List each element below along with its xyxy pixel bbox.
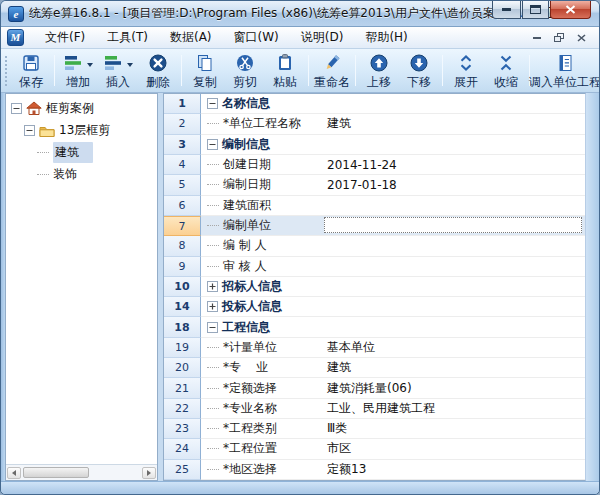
tree-horizontal-scrollbar[interactable] <box>6 464 157 480</box>
property-label-cell[interactable]: 编制日期 <box>201 175 323 194</box>
row-number-cell[interactable]: 18 <box>164 317 201 337</box>
paste-button[interactable]: 粘贴 <box>265 51 305 90</box>
scroll-left-arrow[interactable] <box>7 467 21 479</box>
maximize-button[interactable] <box>522 1 549 19</box>
save-button[interactable]: 保存 <box>11 51 51 90</box>
property-label-cell[interactable]: 招标人信息 <box>201 277 323 296</box>
property-value-cell[interactable] <box>323 216 585 235</box>
property-value-cell[interactable] <box>323 297 585 316</box>
menu-note[interactable]: 说明(D) <box>290 26 355 49</box>
property-value-cell[interactable]: 建筑 <box>323 114 585 133</box>
add-button[interactable]: 增加 <box>58 51 98 90</box>
tree-item-13-frame[interactable]: 13层框剪 <box>6 119 157 141</box>
property-value-cell[interactable] <box>323 135 585 154</box>
row-number-cell[interactable]: 21 <box>164 378 201 398</box>
close-button[interactable] <box>550 1 591 19</box>
move-down-button[interactable]: 下移 <box>399 51 439 90</box>
scroll-thumb[interactable] <box>23 467 89 478</box>
menu-tools[interactable]: 工具(T) <box>96 26 159 49</box>
property-label-cell[interactable]: 审 核 人 <box>201 257 323 276</box>
row-number-cell[interactable]: 25 <box>164 460 201 480</box>
property-label-cell[interactable]: 编 制 人 <box>201 236 323 255</box>
row-number-cell[interactable]: 20 <box>164 358 201 378</box>
menu-help[interactable]: 帮助(H) <box>354 26 418 49</box>
mdi-close-button[interactable] <box>573 31 589 45</box>
property-label-cell[interactable]: 创建日期 <box>201 155 323 174</box>
row-number-cell[interactable]: 2 <box>164 114 201 134</box>
row-number-cell[interactable]: 22 <box>164 399 201 419</box>
toolbar-gripper[interactable] <box>4 55 9 86</box>
property-value-cell[interactable] <box>323 277 585 296</box>
delete-button[interactable]: 删除 <box>138 51 178 90</box>
row-number-cell[interactable]: 19 <box>164 338 201 358</box>
row-number-cell[interactable]: 6 <box>164 196 201 216</box>
mdi-minimize-button[interactable] <box>529 31 545 45</box>
property-label-cell[interactable]: 编制信息 <box>201 135 323 154</box>
property-value-cell[interactable]: 市区 <box>323 439 585 458</box>
minimize-button[interactable] <box>492 1 521 19</box>
mdi-restore-button[interactable] <box>551 31 567 45</box>
property-label-cell[interactable]: *工程位置 <box>201 439 323 458</box>
row-number-cell[interactable]: 14 <box>164 297 201 317</box>
cut-button[interactable]: 剪切 <box>225 51 265 90</box>
property-value-cell[interactable] <box>323 236 585 255</box>
property-value-cell[interactable]: 建筑消耗量(06) <box>323 378 585 397</box>
menu-window[interactable]: 窗口(W) <box>223 26 290 49</box>
row-number-cell[interactable]: 3 <box>164 135 201 155</box>
property-label-cell[interactable]: *专业名称 <box>201 399 323 418</box>
property-label-cell[interactable]: 投标人信息 <box>201 297 323 316</box>
scroll-right-arrow[interactable] <box>142 467 156 479</box>
dropdown-arrow-icon[interactable] <box>127 63 133 67</box>
property-value-cell[interactable]: 定额13 <box>323 460 585 479</box>
property-label-cell[interactable]: *单位工程名称 <box>201 114 323 133</box>
property-label-cell[interactable]: 编制单位 <box>201 216 323 235</box>
property-value-cell[interactable]: 2017-01-18 <box>323 175 585 194</box>
rename-button[interactable]: 重命名 <box>312 51 352 90</box>
row-number-cell[interactable]: 8 <box>164 236 201 256</box>
property-label-cell[interactable]: *定额选择 <box>201 378 323 397</box>
property-value-cell[interactable]: Ⅲ类 <box>323 419 585 438</box>
dropdown-arrow-icon[interactable] <box>87 63 93 67</box>
collapse-minus-icon[interactable] <box>24 125 35 136</box>
row-number-cell[interactable]: 5 <box>164 175 201 195</box>
property-value-cell[interactable] <box>323 196 585 215</box>
expand-button[interactable]: 展开 <box>446 51 486 90</box>
copy-button[interactable]: 复制 <box>185 51 225 90</box>
row-number-cell[interactable]: 4 <box>164 155 201 175</box>
tree-item-frame-case[interactable]: 框剪案例 <box>6 97 157 119</box>
expand-plus-icon[interactable] <box>207 301 218 312</box>
expand-plus-icon[interactable] <box>207 281 218 292</box>
collapse-minus-icon[interactable] <box>11 103 22 114</box>
property-value-cell[interactable] <box>323 317 585 336</box>
row-number-cell[interactable]: 9 <box>164 257 201 277</box>
collapse-minus-icon[interactable] <box>207 98 218 109</box>
property-label-cell[interactable]: 建筑面积 <box>201 196 323 215</box>
row-number-cell[interactable]: 23 <box>164 419 201 439</box>
property-label-cell[interactable]: *工程类别 <box>201 419 323 438</box>
menu-data[interactable]: 数据(A) <box>159 26 223 49</box>
collapse-minus-icon[interactable] <box>207 322 218 333</box>
row-number-cell[interactable]: 24 <box>164 439 201 459</box>
property-value-cell[interactable]: 建筑 <box>323 358 585 377</box>
row-number-cell[interactable]: 10 <box>164 277 201 297</box>
value-edit-input[interactable] <box>324 217 582 233</box>
property-label-cell[interactable]: *地区选择 <box>201 460 323 479</box>
row-number-cell[interactable]: 1 <box>164 94 201 114</box>
property-value-cell[interactable]: 基本单位 <box>323 338 585 357</box>
property-value-cell[interactable] <box>323 94 585 113</box>
collapse-button[interactable]: 收缩 <box>486 51 526 90</box>
property-label-cell[interactable]: *专 业 <box>201 358 323 377</box>
property-label-cell[interactable]: 工程信息 <box>201 317 323 336</box>
tree-item-building[interactable]: 建筑 <box>6 141 157 163</box>
insert-button[interactable]: 插入 <box>98 51 138 90</box>
property-label-cell[interactable]: 名称信息 <box>201 94 323 113</box>
load-unit-project-button[interactable]: 调入单位工程 <box>533 51 597 90</box>
collapse-minus-icon[interactable] <box>207 139 218 150</box>
property-value-cell[interactable] <box>323 257 585 276</box>
property-value-cell[interactable]: 工业、民用建筑工程 <box>323 399 585 418</box>
property-label-cell[interactable]: *计量单位 <box>201 338 323 357</box>
property-value-cell[interactable]: 2014-11-24 <box>323 155 585 174</box>
tree-item-decoration[interactable]: 装饰 <box>6 163 157 185</box>
move-up-button[interactable]: 上移 <box>359 51 399 90</box>
menu-file[interactable]: 文件(F) <box>34 26 96 49</box>
